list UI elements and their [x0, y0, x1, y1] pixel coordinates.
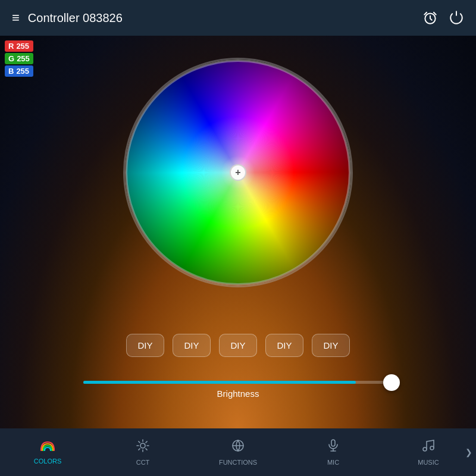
svg-point-1 — [140, 443, 145, 448]
power-button[interactable] — [449, 10, 464, 26]
svg-line-6 — [139, 441, 140, 443]
diy-button-1[interactable]: DIY — [126, 334, 164, 357]
blue-badge: B 255 — [5, 65, 33, 77]
blue-label: B — [8, 67, 14, 76]
nav-label-cct: CCT — [136, 459, 150, 466]
nav-icon-functions — [231, 439, 245, 456]
nav-item-mic[interactable]: MIC — [286, 434, 381, 471]
nav-item-cct[interactable]: CCT — [95, 434, 190, 471]
header: ≡ Controller 083826 — [0, 0, 476, 36]
brightness-container: Brightness — [83, 381, 393, 399]
diy-button-2[interactable]: DIY — [173, 334, 211, 357]
nav-label-colors: COLORS — [34, 458, 61, 465]
diy-button-5[interactable]: DIY — [312, 334, 350, 357]
svg-point-16 — [430, 446, 434, 450]
color-wheel-container[interactable]: + — [125, 60, 351, 286]
svg-point-15 — [423, 447, 427, 451]
brightness-slider-track[interactable] — [83, 381, 393, 384]
diy-buttons-row: DIYDIYDIYDIYDIY — [126, 334, 350, 357]
red-label: R — [8, 42, 14, 51]
nav-label-functions: FUNCTIONS — [219, 459, 257, 466]
nav-icon-colors — [40, 440, 55, 455]
menu-icon[interactable]: ≡ — [12, 10, 20, 26]
alarm-button[interactable] — [422, 10, 438, 26]
diy-button-4[interactable]: DIY — [265, 334, 303, 357]
nav-item-music[interactable]: MUSIC — [381, 434, 476, 471]
nav-chevron-right: ❯ — [465, 447, 472, 457]
bottom-nav: COLORS CCT FUNCTIONS MIC — [0, 428, 476, 476]
diy-button-3[interactable]: DIY — [219, 334, 257, 357]
green-value: 255 — [17, 54, 30, 63]
svg-line-8 — [139, 449, 140, 450]
brightness-label: Brightness — [217, 389, 259, 399]
green-label: G — [8, 54, 14, 63]
red-badge: R 255 — [5, 40, 33, 52]
nav-item-colors[interactable]: COLORS — [0, 435, 95, 469]
blue-value: 255 — [16, 67, 29, 76]
nav-item-functions[interactable]: FUNCTIONS — [190, 434, 286, 471]
header-icons — [422, 10, 464, 26]
nav-icon-mic — [326, 439, 340, 456]
color-picker-handle[interactable]: + — [230, 164, 246, 181]
green-badge: G 255 — [5, 53, 33, 64]
brightness-slider-thumb[interactable] — [383, 374, 400, 391]
rgb-overlay: R 255 G 255 B 255 — [5, 40, 33, 77]
header-title: Controller 083826 — [28, 11, 422, 25]
nav-label-mic: MIC — [327, 459, 339, 466]
svg-line-7 — [146, 449, 147, 450]
red-value: 255 — [16, 42, 29, 51]
nav-icon-music — [421, 439, 436, 456]
nav-icon-cct — [136, 439, 150, 456]
svg-line-9 — [146, 441, 147, 443]
svg-rect-12 — [331, 440, 335, 446]
app: ≡ Controller 083826 — [0, 0, 476, 476]
nav-label-music: MUSIC — [418, 459, 439, 466]
main-content: R 255 G 255 B 255 + DIYDIYDIYDIYDIY — [0, 36, 476, 428]
brightness-slider-fill — [83, 381, 356, 384]
